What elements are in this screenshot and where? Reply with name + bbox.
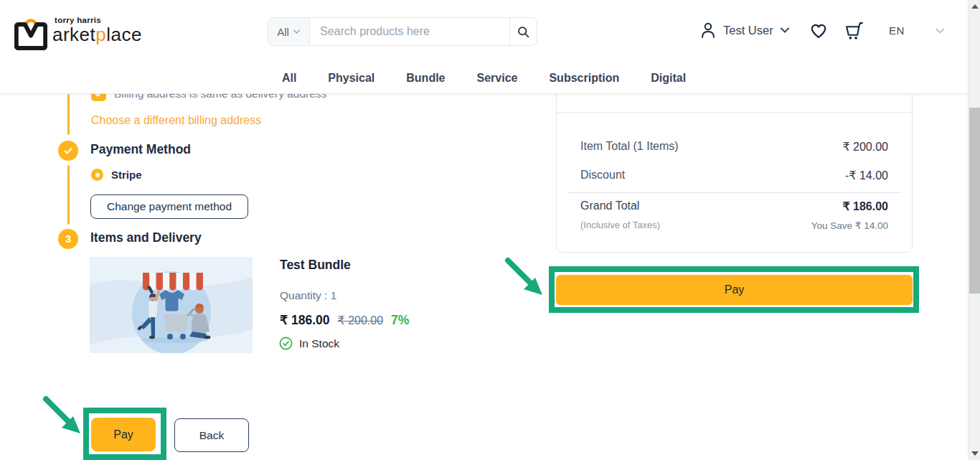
stock-label: In Stock	[299, 337, 339, 350]
product-price-row: ₹ 186.00 ₹ 200.00 7%	[280, 313, 409, 328]
search-category-value: All	[277, 26, 289, 38]
site-header: torry harris arketplace All Test User EN	[0, 0, 980, 94]
grand-total-label: Grand Total	[580, 200, 639, 213]
check-circle-icon	[279, 337, 293, 350]
search-icon	[517, 25, 530, 39]
item-total-row: Item Total (1 Items) ₹ 200.00	[580, 140, 888, 154]
tax-note: (Inclusive of Taxes)	[580, 220, 660, 231]
scroll-up-icon[interactable]	[971, 4, 979, 9]
back-button[interactable]: Back	[174, 418, 249, 452]
shopping-illustration	[90, 257, 253, 353]
choose-billing-address-link[interactable]: Choose a different billing address	[91, 114, 261, 127]
you-save-note: You Save ₹ 14.00	[811, 220, 888, 231]
discount-row: Discount -₹ 14.00	[580, 169, 888, 182]
user-icon	[699, 21, 717, 39]
search-category-select[interactable]: All	[268, 17, 310, 46]
account-name: Test User	[723, 24, 773, 37]
nav-item-all[interactable]: All	[282, 72, 296, 85]
nav-item-physical[interactable]: Physical	[328, 72, 374, 85]
payment-method-title: Payment Method	[90, 142, 191, 157]
product-original-price: ₹ 200.00	[338, 314, 384, 327]
category-nav: All Physical Bundle Service Subscription…	[0, 72, 968, 85]
stepper-line	[67, 165, 70, 225]
payment-option-row: Stripe	[91, 169, 142, 181]
product-price: ₹ 186.00	[280, 313, 330, 328]
account-menu[interactable]: Test User	[699, 21, 790, 39]
chevron-down-icon	[780, 27, 790, 34]
scroll-down-icon[interactable]	[971, 451, 979, 456]
product-name: Test Bundle	[280, 258, 351, 273]
discount-label: Discount	[580, 169, 625, 182]
search-input[interactable]	[310, 17, 509, 46]
checkout-page: Billing address is same as delivery addr…	[0, 0, 980, 460]
stripe-radio[interactable]	[91, 169, 103, 181]
nav-item-digital[interactable]: Digital	[651, 72, 686, 85]
item-total-label: Item Total (1 Items)	[580, 140, 679, 154]
product-image[interactable]	[90, 257, 253, 353]
item-total-value: ₹ 200.00	[842, 140, 888, 154]
pay-button-footer[interactable]: Pay	[91, 418, 156, 451]
bag-m-logo-icon	[14, 14, 47, 51]
wishlist-button[interactable]	[809, 22, 828, 42]
search-submit-button[interactable]	[509, 17, 537, 46]
nav-item-bundle[interactable]: Bundle	[406, 72, 445, 85]
pay-button-summary[interactable]: Pay	[556, 275, 913, 305]
grand-total-subrow: (Inclusive of Taxes) You Save ₹ 14.00	[580, 220, 888, 231]
page-scrollbar[interactable]	[968, 0, 980, 460]
language-code[interactable]: EN	[889, 24, 905, 37]
discount-value: -₹ 14.00	[845, 169, 888, 182]
chevron-down-icon	[293, 29, 301, 34]
stepper-line	[67, 94, 70, 135]
divider	[567, 192, 901, 193]
grand-total-row: Grand Total ₹ 186.00	[580, 200, 888, 213]
step-items-badge: 3	[58, 229, 78, 249]
nav-item-subscription[interactable]: Subscription	[549, 72, 619, 85]
divider	[557, 112, 912, 113]
cart-icon	[844, 20, 864, 41]
stock-status: In Stock	[279, 337, 339, 350]
step-payment-complete-badge	[58, 141, 78, 161]
heart-icon	[809, 22, 828, 39]
items-delivery-title: Items and Delivery	[90, 230, 202, 245]
cart-button[interactable]	[844, 20, 864, 43]
grand-total-value: ₹ 186.00	[842, 200, 888, 213]
scrollbar-thumb[interactable]	[969, 108, 980, 294]
nav-item-service[interactable]: Service	[477, 72, 518, 85]
product-quantity: Quantity : 1	[280, 289, 336, 302]
order-summary-card: Item Total (1 Items) ₹ 200.00 Discount -…	[556, 72, 913, 253]
product-discount-percent: 7%	[391, 313, 409, 328]
chevron-down-icon[interactable]	[935, 27, 945, 34]
change-payment-method-button[interactable]: Change payment method	[90, 194, 248, 219]
check-icon	[63, 146, 73, 156]
logo-wordmark: arketplace	[52, 24, 142, 46]
search-bar: All	[268, 17, 537, 46]
stripe-label: Stripe	[111, 169, 142, 181]
marketplace-logo[interactable]: torry harris arketplace	[14, 11, 172, 52]
